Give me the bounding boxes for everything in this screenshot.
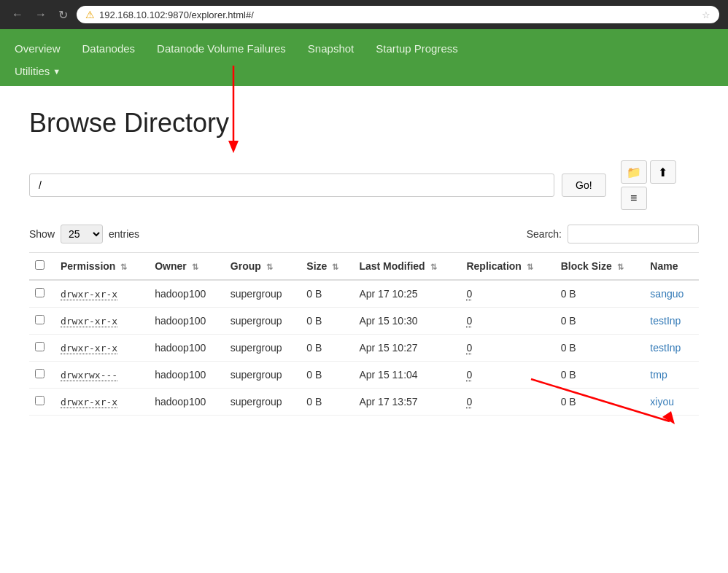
row-last-modified: Apr 17 10:25 — [353, 280, 460, 308]
col-permission[interactable]: Permission ⇅ — [55, 253, 149, 281]
col-replication[interactable]: Replication ⇅ — [460, 253, 554, 281]
row-checkbox[interactable] — [35, 288, 44, 297]
path-input[interactable] — [29, 174, 554, 197]
group-value: supergroup — [231, 369, 282, 381]
name-link[interactable]: testInp — [650, 315, 681, 327]
col-size[interactable]: Size ⇅ — [301, 253, 353, 281]
group-value: supergroup — [231, 396, 282, 408]
nav-top: Overview Datanodes Datanode Volume Failu… — [15, 29, 713, 65]
block-size-value: 0 B — [561, 315, 576, 327]
replication-sort-icon: ⇅ — [527, 262, 533, 271]
size-value: 0 B — [306, 369, 322, 381]
entries-label: entries — [109, 228, 139, 240]
owner-value: hadoop100 — [155, 315, 206, 327]
page-title: Browse Directory — [29, 108, 699, 139]
row-block-size: 0 B — [555, 280, 645, 308]
col-name[interactable]: Name — [644, 253, 699, 281]
permission-value[interactable]: drwxr-xr-x — [61, 316, 117, 327]
col-last-modified[interactable]: Last Modified ⇅ — [353, 253, 460, 281]
folder-icon-button[interactable]: 📁 — [621, 160, 647, 184]
name-link[interactable]: sanguo — [650, 288, 684, 300]
replication-value[interactable]: 0 — [466, 396, 472, 408]
search-box: Search: — [527, 225, 699, 243]
upload-icon-button[interactable]: ⬆ — [650, 160, 676, 184]
nav-container: Overview Datanodes Datanode Volume Failu… — [0, 29, 728, 86]
utilities-dropdown[interactable]: Utilities ▼ — [15, 65, 61, 77]
row-block-size: 0 B — [555, 335, 645, 362]
col-block-size[interactable]: Block Size ⇅ — [555, 253, 645, 281]
row-permission: drwxr-xr-x — [55, 335, 149, 362]
nav-item-startup-progress[interactable]: Startup Progress — [376, 39, 458, 58]
owner-value: hadoop100 — [155, 288, 206, 300]
icon-row-top: 📁 ⬆ — [621, 160, 676, 184]
go-button[interactable]: Go! — [562, 174, 606, 197]
nav-item-overview[interactable]: Overview — [15, 39, 61, 58]
row-size: 0 B — [301, 280, 353, 308]
row-size: 0 B — [301, 335, 353, 362]
icon-row-bottom: ≡ — [621, 187, 676, 210]
size-value: 0 B — [306, 315, 322, 327]
row-checkbox[interactable] — [35, 369, 44, 378]
nav-item-datanodes[interactable]: Datanodes — [82, 39, 136, 58]
row-last-modified: Apr 15 11:04 — [353, 362, 460, 389]
row-block-size: 0 B — [555, 362, 645, 389]
row-name: testInp — [644, 308, 699, 335]
permission-value[interactable]: drwxrwx--- — [61, 370, 117, 381]
row-checkbox[interactable] — [35, 396, 44, 405]
row-permission: drwxr-xr-x — [55, 280, 149, 308]
owner-value: hadoop100 — [155, 342, 206, 354]
row-block-size: 0 B — [555, 308, 645, 335]
address-bar[interactable]: ⚠ 192.168.10.102:9870/explorer.html#/ ☆ — [77, 6, 719, 23]
folder-icon: 📁 — [627, 165, 641, 179]
row-replication: 0 — [460, 335, 554, 362]
row-group: supergroup — [225, 362, 301, 389]
permission-sort-icon: ⇅ — [120, 262, 127, 271]
refresh-button[interactable]: ↻ — [55, 7, 71, 23]
entries-select[interactable]: 10 25 50 100 — [61, 225, 103, 243]
owner-value: hadoop100 — [155, 369, 206, 381]
size-value: 0 B — [306, 396, 322, 408]
list-icon-button[interactable]: ≡ — [621, 187, 647, 210]
replication-value[interactable]: 0 — [466, 342, 472, 354]
utilities-arrow-icon: ▼ — [53, 67, 61, 76]
row-last-modified: Apr 15 10:30 — [353, 308, 460, 335]
row-name: tmp — [644, 362, 699, 389]
row-group: supergroup — [225, 335, 301, 362]
row-owner: hadoop100 — [149, 308, 225, 335]
block-size-value: 0 B — [561, 342, 576, 354]
name-link[interactable]: tmp — [650, 369, 667, 381]
nav-item-datanode-vol-failures[interactable]: Datanode Volume Failures — [157, 39, 286, 58]
row-group: supergroup — [225, 389, 301, 416]
table-row: drwxr-xr-x hadoop100 supergroup 0 B Apr … — [29, 335, 699, 362]
row-group: supergroup — [225, 280, 301, 308]
block-size-col-label: Block Size — [561, 260, 612, 272]
block-size-sort-icon: ⇅ — [617, 262, 624, 271]
search-input[interactable] — [568, 225, 699, 243]
permission-value[interactable]: drwxr-xr-x — [61, 289, 117, 300]
block-size-value: 0 B — [561, 369, 576, 381]
name-col-label: Name — [650, 260, 678, 272]
name-link[interactable]: xiyou — [650, 396, 674, 408]
nav-item-snapshot[interactable]: Snapshot — [308, 39, 354, 58]
table-row: drwxr-xr-x hadoop100 supergroup 0 B Apr … — [29, 308, 699, 335]
row-checkbox[interactable] — [35, 342, 44, 351]
replication-value[interactable]: 0 — [466, 288, 472, 300]
search-label: Search: — [527, 228, 562, 240]
replication-value[interactable]: 0 — [466, 369, 472, 381]
forward-button[interactable]: → — [32, 7, 50, 23]
permission-col-label: Permission — [61, 260, 115, 272]
select-all-checkbox[interactable] — [35, 260, 44, 270]
replication-value[interactable]: 0 — [466, 315, 472, 327]
size-col-label: Size — [306, 260, 327, 272]
permission-value[interactable]: drwxr-xr-x — [61, 397, 117, 408]
row-permission: drwxr-xr-x — [55, 389, 149, 416]
name-link[interactable]: testInp — [650, 342, 681, 354]
group-sort-icon: ⇅ — [266, 262, 273, 271]
row-size: 0 B — [301, 308, 353, 335]
col-owner[interactable]: Owner ⇅ — [149, 253, 225, 281]
permission-value[interactable]: drwxr-xr-x — [61, 343, 117, 354]
back-button[interactable]: ← — [9, 7, 26, 23]
table-header-row: Permission ⇅ Owner ⇅ Group ⇅ Size ⇅ Last… — [29, 253, 699, 281]
col-group[interactable]: Group ⇅ — [225, 253, 301, 281]
row-checkbox[interactable] — [35, 315, 44, 324]
